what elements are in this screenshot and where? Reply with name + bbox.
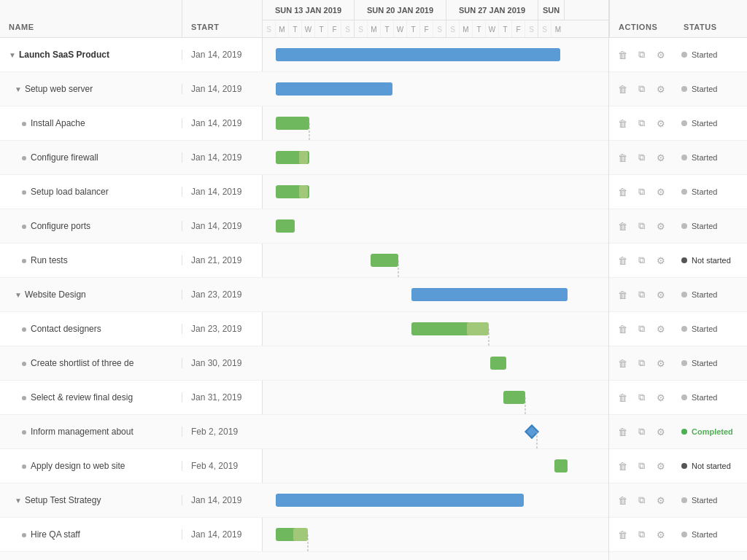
actions-row: 🗑 ⧉ ⚙ — [609, 175, 674, 209]
left-row: Setup load balancer Jan 14, 2019 — [0, 175, 263, 209]
copy-icon[interactable]: ⧉ — [634, 458, 650, 474]
copy-icon[interactable]: ⧉ — [634, 252, 650, 268]
settings-icon[interactable]: ⚙ — [653, 218, 669, 234]
settings-icon[interactable]: ⚙ — [653, 526, 669, 542]
actions-row: 🗑 ⧉ ⚙ — [609, 209, 674, 244]
day-label: T — [381, 20, 394, 37]
copy-icon[interactable]: ⧉ — [634, 492, 650, 508]
status-dot — [681, 394, 687, 400]
gantt-bar[interactable] — [299, 185, 308, 198]
gantt-bar[interactable] — [276, 48, 560, 61]
actions-row: 🗑 ⧉ ⚙ — [609, 72, 674, 106]
gantt-bar[interactable] — [293, 528, 308, 541]
gantt-bar[interactable] — [276, 219, 295, 233]
milestone-diamond[interactable] — [525, 424, 539, 439]
settings-icon[interactable]: ⚙ — [653, 184, 669, 200]
day-label: F — [328, 20, 341, 37]
delete-icon[interactable]: 🗑 — [615, 115, 631, 131]
delete-icon[interactable]: 🗑 — [615, 287, 631, 303]
expand-icon[interactable]: ▼ — [15, 85, 22, 93]
settings-icon[interactable]: ⚙ — [653, 47, 669, 63]
expand-icon[interactable]: ▼ — [9, 51, 16, 59]
day-label: T — [315, 20, 328, 37]
actions-row: 🗑 ⧉ ⚙ — [609, 415, 674, 449]
gantt-bar[interactable] — [503, 391, 525, 404]
bullet-icon — [22, 430, 26, 435]
delete-icon[interactable]: 🗑 — [615, 424, 631, 440]
left-row: Hire QA staff Jan 14, 2019 — [0, 518, 263, 552]
gantt-bar[interactable] — [299, 151, 308, 164]
delete-icon[interactable]: 🗑 — [615, 355, 631, 371]
copy-icon[interactable]: ⧉ — [634, 321, 650, 337]
gantt-bar[interactable] — [554, 459, 568, 472]
copy-icon[interactable]: ⧉ — [634, 287, 650, 303]
delete-icon[interactable]: 🗑 — [615, 81, 631, 97]
settings-icon[interactable]: ⚙ — [653, 492, 669, 508]
copy-icon[interactable]: ⧉ — [634, 355, 650, 371]
settings-icon[interactable]: ⚙ — [653, 355, 669, 371]
gantt-bar[interactable] — [411, 288, 568, 301]
settings-icon[interactable]: ⚙ — [653, 252, 669, 268]
settings-icon[interactable]: ⚙ — [653, 389, 669, 405]
copy-icon[interactable]: ⧉ — [634, 218, 650, 234]
gantt-bar[interactable] — [276, 82, 392, 96]
status-label: Started — [692, 187, 717, 196]
copy-icon[interactable]: ⧉ — [634, 115, 650, 131]
copy-icon[interactable]: ⧉ — [634, 424, 650, 440]
status-label: Started — [692, 393, 717, 402]
task-name: Select & review final desig — [0, 392, 182, 402]
delete-icon[interactable]: 🗑 — [615, 47, 631, 63]
delete-icon[interactable]: 🗑 — [615, 492, 631, 508]
actions-status-header: ACTIONS STATUS — [608, 0, 747, 37]
copy-icon[interactable]: ⧉ — [634, 149, 650, 166]
settings-icon[interactable]: ⚙ — [653, 424, 669, 440]
status-row: Started — [674, 483, 747, 518]
status-dot — [681, 223, 687, 229]
day-label: F — [420, 20, 433, 37]
status-row: Started — [674, 278, 747, 312]
delete-icon[interactable]: 🗑 — [615, 218, 631, 234]
gantt-bar[interactable] — [371, 254, 398, 267]
status-column-header: STATUS — [675, 0, 747, 37]
delete-icon[interactable]: 🗑 — [615, 321, 631, 337]
settings-icon[interactable]: ⚙ — [653, 287, 669, 303]
gantt-row — [263, 449, 608, 483]
top-right-header: SUN 13 JAN 2019 SUN 20 JAN 2019 SUN 27 J… — [263, 0, 747, 38]
settings-icon[interactable]: ⚙ — [653, 458, 669, 474]
delete-icon[interactable]: 🗑 — [615, 526, 631, 542]
copy-icon[interactable]: ⧉ — [634, 81, 650, 97]
status-row: Started — [674, 518, 747, 552]
copy-icon[interactable]: ⧉ — [634, 526, 650, 542]
status-dot — [681, 429, 687, 435]
expand-icon[interactable]: ▼ — [15, 497, 22, 505]
task-start: Jan 31, 2019 — [182, 392, 263, 402]
gantt-row — [263, 72, 608, 106]
settings-icon[interactable]: ⚙ — [653, 81, 669, 97]
delete-icon[interactable]: 🗑 — [615, 184, 631, 200]
gantt-bar[interactable] — [276, 494, 524, 507]
copy-icon[interactable]: ⧉ — [634, 47, 650, 63]
task-name: ▼Website Design — [0, 289, 182, 300]
gantt-bar[interactable] — [276, 117, 309, 130]
copy-icon[interactable]: ⧉ — [634, 184, 650, 200]
settings-icon[interactable]: ⚙ — [653, 115, 669, 131]
copy-icon[interactable]: ⧉ — [634, 389, 650, 405]
settings-icon[interactable]: ⚙ — [653, 149, 669, 166]
settings-icon[interactable]: ⚙ — [653, 321, 669, 337]
day-label: M — [368, 20, 381, 37]
expand-icon[interactable]: ▼ — [15, 291, 22, 299]
gantt-row — [263, 312, 608, 346]
delete-icon[interactable]: 🗑 — [615, 389, 631, 405]
actions-row: 🗑 ⧉ ⚙ — [609, 381, 674, 415]
delete-icon[interactable]: 🗑 — [615, 252, 631, 268]
delete-icon[interactable]: 🗑 — [615, 149, 631, 166]
delete-icon[interactable]: 🗑 — [615, 458, 631, 474]
gantt-bar[interactable] — [467, 322, 489, 335]
day-label: W — [302, 20, 315, 37]
left-row: Configure ports Jan 14, 2019 — [0, 209, 263, 244]
week-label: SUN 27 JAN 2019 — [446, 0, 538, 20]
actions-row: 🗑 ⧉ ⚙ — [609, 346, 674, 381]
task-start: Jan 14, 2019 — [182, 118, 263, 128]
gantt-bar[interactable] — [490, 357, 506, 370]
status-row: Started — [674, 72, 747, 106]
